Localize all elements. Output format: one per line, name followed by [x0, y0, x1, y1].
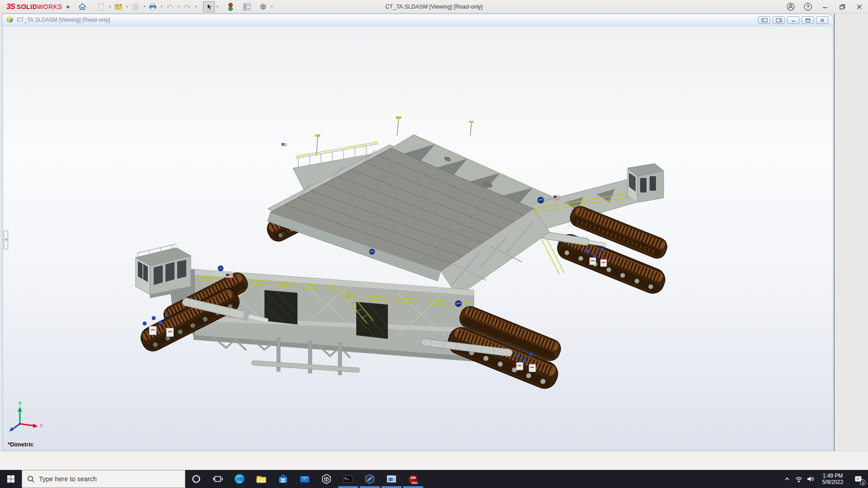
- open-dropdown[interactable]: ▼: [124, 1, 130, 12]
- system-tray: 1:49 PM 5/9/2022 1: [781, 470, 868, 488]
- taskbar-clock[interactable]: 1:49 PM 5/9/2022: [816, 473, 849, 486]
- account-button[interactable]: [782, 0, 799, 14]
- traffic-light-icon: [226, 2, 235, 11]
- restore-button[interactable]: [834, 0, 851, 14]
- open-button[interactable]: [113, 1, 124, 12]
- volume-button[interactable]: [805, 470, 816, 488]
- running-indicator: [403, 486, 423, 488]
- orientation-triad: Y X: [9, 401, 43, 432]
- action-center-button[interactable]: 1: [849, 470, 868, 488]
- edge-icon: [234, 473, 245, 485]
- save-button[interactable]: [130, 1, 142, 12]
- properties-button[interactable]: [241, 1, 253, 12]
- crawler-transporter-model[interactable]: Y X: [3, 26, 833, 450]
- home-button[interactable]: [76, 1, 88, 12]
- document-minimize-button[interactable]: [787, 16, 799, 24]
- print-button[interactable]: [147, 1, 159, 12]
- select-tool-button[interactable]: [203, 1, 215, 12]
- redo-dropdown[interactable]: ▼: [193, 1, 198, 12]
- taskbar-item-3d-viewer[interactable]: [316, 470, 337, 488]
- save-icon: [131, 2, 140, 11]
- document-restore-button[interactable]: [802, 16, 814, 24]
- triad-x-label: X: [40, 423, 43, 428]
- redo-button[interactable]: [181, 1, 193, 12]
- print-icon: [148, 2, 157, 11]
- start-button[interactable]: [0, 470, 22, 488]
- account-icon: [786, 2, 795, 11]
- status-bar: [0, 451, 868, 470]
- search-input[interactable]: [39, 475, 165, 483]
- remote-window-icon: [386, 473, 397, 485]
- help-button[interactable]: ?: [799, 0, 816, 14]
- document-restore-icon: [805, 18, 811, 23]
- cortana-button[interactable]: [185, 470, 207, 488]
- file-explorer-icon: [255, 473, 267, 485]
- collapse-left-panel-button[interactable]: [758, 16, 770, 24]
- open-folder-icon: [114, 2, 123, 11]
- undo-button[interactable]: [164, 1, 176, 12]
- task-view-button[interactable]: [207, 470, 229, 488]
- sw-icon-label: SW: [410, 476, 416, 480]
- 3d-viewer-icon: [321, 473, 332, 485]
- taskbar-item-remote-window[interactable]: [381, 470, 402, 488]
- document-title: CT_TA.SLDASM [Viewing] [Read-only]: [17, 17, 110, 23]
- running-indicator: [382, 486, 401, 488]
- options-dropdown[interactable]: ▼: [269, 1, 274, 12]
- triad-y-label: Y: [19, 401, 22, 406]
- document-close-button[interactable]: [816, 16, 828, 24]
- print-dropdown[interactable]: ▼: [159, 1, 164, 12]
- select-tool-dropdown[interactable]: ▼: [215, 1, 220, 12]
- store-icon: [277, 473, 289, 485]
- restore-icon: [838, 2, 847, 11]
- collapse-right-panel-button[interactable]: [773, 16, 785, 24]
- solidworks-logo: 3S SOLID WORKS: [6, 2, 62, 11]
- taskbar-item-file-explorer[interactable]: [250, 470, 272, 488]
- taskbar-item-mail[interactable]: [294, 470, 316, 488]
- minimize-icon: [821, 2, 830, 11]
- task-view-icon: [212, 474, 223, 484]
- collapse-left-icon: [761, 18, 768, 23]
- collapse-right-icon: [776, 18, 782, 23]
- running-indicator: [338, 486, 358, 488]
- task-pane-collapsed[interactable]: [834, 14, 868, 451]
- windows-start-icon: [6, 474, 15, 483]
- taskbar-item-command-prompt[interactable]: [337, 470, 359, 488]
- view-indicator-button[interactable]: [225, 1, 236, 12]
- solidworks-2021-icon: SW 2021: [407, 473, 420, 485]
- new-document-button[interactable]: [95, 1, 107, 12]
- sw-icon-year: 2021: [411, 481, 418, 484]
- taskbar-item-solidworks-2021[interactable]: SW 2021: [402, 470, 424, 488]
- help-icon: ?: [803, 2, 812, 11]
- document-titlebar[interactable]: CT_TA.SLDASM [Viewing] [Read-only]: [2, 14, 834, 26]
- main-titlebar: 3S SOLID WORKS ▶ ▼ ▼: [0, 0, 868, 14]
- chevron-up-icon: [783, 475, 791, 483]
- new-document-dropdown[interactable]: ▼: [107, 1, 113, 12]
- taskbar-search[interactable]: [22, 470, 185, 488]
- show-hidden-icons-button[interactable]: [781, 470, 793, 488]
- network-button[interactable]: [793, 470, 805, 488]
- clock-time: 1:49 PM: [816, 473, 849, 479]
- close-button[interactable]: [851, 0, 868, 14]
- save-dropdown[interactable]: ▼: [142, 1, 147, 12]
- svg-text:?: ?: [807, 4, 810, 9]
- command-prompt-icon: [342, 473, 354, 485]
- graphics-viewport[interactable]: Y X *Dimetric: [2, 26, 834, 451]
- menu-flyout-arrow[interactable]: ▶: [66, 4, 70, 9]
- cortana-icon: [191, 474, 201, 484]
- taskbar-item-store[interactable]: [272, 470, 294, 488]
- taskbar-item-hexagon-viewer[interactable]: [359, 470, 381, 488]
- view-orientation-label: *Dimetric: [8, 441, 33, 448]
- rear-right-cab: [627, 164, 664, 202]
- speaker-icon: [806, 474, 815, 483]
- undo-dropdown[interactable]: ▼: [176, 1, 181, 12]
- clock-date: 5/9/2022: [816, 479, 849, 485]
- gear-icon: [259, 2, 268, 11]
- wifi-icon: [794, 474, 803, 483]
- home-icon: [78, 2, 87, 11]
- properties-list-icon: [242, 2, 251, 11]
- redo-icon: [183, 2, 192, 11]
- minimize-button[interactable]: [816, 0, 834, 14]
- options-button[interactable]: [257, 1, 269, 12]
- taskbar-item-edge[interactable]: [229, 470, 250, 488]
- notification-badge: 1: [860, 479, 866, 485]
